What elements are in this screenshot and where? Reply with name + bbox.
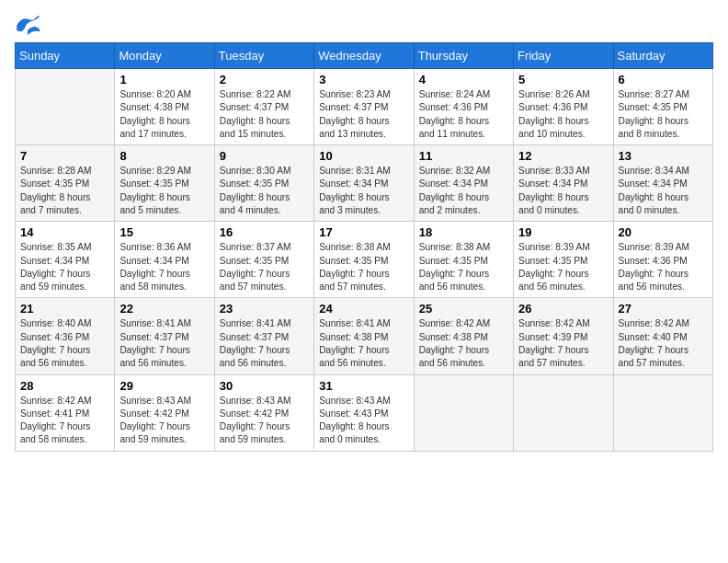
- calendar-cell: 21Sunrise: 8:40 AMSunset: 4:36 PMDayligh…: [16, 298, 115, 374]
- calendar-cell: 22Sunrise: 8:41 AMSunset: 4:37 PMDayligh…: [115, 298, 214, 374]
- calendar-cell: 13Sunrise: 8:34 AMSunset: 4:34 PMDayligh…: [613, 145, 712, 222]
- calendar-cell: 24Sunrise: 8:41 AMSunset: 4:38 PMDayligh…: [314, 298, 414, 374]
- day-number: 23: [220, 302, 309, 316]
- day-number: 26: [518, 302, 608, 316]
- day-info: Sunrise: 8:32 AMSunset: 4:34 PMDaylight:…: [419, 165, 508, 217]
- day-info: Sunrise: 8:41 AMSunset: 4:38 PMDaylight:…: [319, 317, 408, 370]
- day-of-week-header: Thursday: [414, 43, 513, 69]
- calendar-cell: 3Sunrise: 8:23 AMSunset: 4:37 PMDaylight…: [314, 69, 414, 145]
- day-info: Sunrise: 8:42 AMSunset: 4:38 PMDaylight:…: [419, 317, 508, 370]
- day-number: 29: [119, 379, 209, 393]
- calendar-cell: 10Sunrise: 8:31 AMSunset: 4:34 PMDayligh…: [314, 145, 414, 222]
- calendar-cell: 31Sunrise: 8:43 AMSunset: 4:43 PMDayligh…: [314, 374, 414, 451]
- day-number: 15: [119, 225, 209, 239]
- day-info: Sunrise: 8:35 AMSunset: 4:34 PMDaylight:…: [20, 241, 109, 293]
- day-info: Sunrise: 8:39 AMSunset: 4:36 PMDaylight:…: [619, 241, 708, 293]
- calendar-cell: 7Sunrise: 8:28 AMSunset: 4:35 PMDaylight…: [16, 145, 115, 222]
- day-info: Sunrise: 8:37 AMSunset: 4:35 PMDaylight:…: [220, 241, 309, 293]
- day-info: Sunrise: 8:39 AMSunset: 4:35 PMDaylight:…: [518, 241, 608, 293]
- calendar-cell: 25Sunrise: 8:42 AMSunset: 4:38 PMDayligh…: [414, 298, 513, 374]
- calendar-week-row: 7Sunrise: 8:28 AMSunset: 4:35 PMDaylight…: [16, 145, 713, 222]
- day-number: 28: [20, 379, 109, 393]
- day-number: 16: [220, 225, 309, 239]
- calendar-cell: [613, 374, 712, 451]
- calendar-cell: 28Sunrise: 8:42 AMSunset: 4:41 PMDayligh…: [16, 374, 115, 451]
- day-number: 4: [419, 73, 508, 86]
- day-info: Sunrise: 8:42 AMSunset: 4:40 PMDaylight:…: [619, 317, 708, 370]
- day-number: 6: [619, 73, 708, 86]
- day-number: 2: [220, 73, 309, 86]
- day-number: 11: [419, 149, 508, 163]
- day-of-week-header: Sunday: [16, 43, 115, 69]
- calendar-cell: 9Sunrise: 8:30 AMSunset: 4:35 PMDaylight…: [214, 145, 313, 222]
- day-number: 31: [319, 379, 408, 393]
- calendar-cell: 14Sunrise: 8:35 AMSunset: 4:34 PMDayligh…: [16, 222, 115, 298]
- day-of-week-header: Wednesday: [314, 43, 414, 69]
- calendar-cell: 16Sunrise: 8:37 AMSunset: 4:35 PMDayligh…: [214, 222, 313, 298]
- day-info: Sunrise: 8:34 AMSunset: 4:34 PMDaylight:…: [619, 165, 708, 217]
- day-number: 22: [119, 302, 209, 316]
- day-number: 18: [419, 225, 508, 239]
- day-info: Sunrise: 8:28 AMSunset: 4:35 PMDaylight:…: [20, 165, 109, 217]
- day-number: 1: [119, 73, 209, 86]
- calendar-table: SundayMondayTuesdayWednesdayThursdayFrid…: [15, 42, 713, 452]
- calendar-cell: 18Sunrise: 8:38 AMSunset: 4:35 PMDayligh…: [414, 222, 513, 298]
- day-info: Sunrise: 8:43 AMSunset: 4:43 PMDaylight:…: [319, 395, 408, 447]
- day-number: 3: [319, 73, 408, 86]
- day-info: Sunrise: 8:38 AMSunset: 4:35 PMDaylight:…: [419, 241, 508, 293]
- day-number: 17: [319, 225, 408, 239]
- calendar-cell: 20Sunrise: 8:39 AMSunset: 4:36 PMDayligh…: [613, 222, 712, 298]
- day-number: 12: [518, 149, 608, 163]
- calendar-week-row: 21Sunrise: 8:40 AMSunset: 4:36 PMDayligh…: [16, 298, 713, 374]
- day-info: Sunrise: 8:41 AMSunset: 4:37 PMDaylight:…: [220, 317, 309, 370]
- calendar-cell: 2Sunrise: 8:22 AMSunset: 4:37 PMDaylight…: [214, 69, 313, 145]
- logo: [15, 15, 44, 35]
- day-info: Sunrise: 8:22 AMSunset: 4:37 PMDaylight:…: [220, 88, 309, 141]
- day-info: Sunrise: 8:26 AMSunset: 4:36 PMDaylight:…: [518, 88, 608, 141]
- day-number: 10: [319, 149, 408, 163]
- day-number: 24: [319, 302, 408, 316]
- day-info: Sunrise: 8:43 AMSunset: 4:42 PMDaylight:…: [220, 395, 309, 447]
- page-header: [15, 15, 713, 35]
- day-info: Sunrise: 8:42 AMSunset: 4:39 PMDaylight:…: [518, 317, 608, 370]
- day-number: 14: [20, 225, 109, 239]
- calendar-cell: 4Sunrise: 8:24 AMSunset: 4:36 PMDaylight…: [414, 69, 513, 145]
- day-info: Sunrise: 8:36 AMSunset: 4:34 PMDaylight:…: [119, 241, 209, 293]
- day-number: 30: [220, 379, 309, 393]
- calendar-cell: 1Sunrise: 8:20 AMSunset: 4:38 PMDaylight…: [115, 69, 214, 145]
- calendar-cell: 8Sunrise: 8:29 AMSunset: 4:35 PMDaylight…: [115, 145, 214, 222]
- day-info: Sunrise: 8:38 AMSunset: 4:35 PMDaylight:…: [319, 241, 408, 293]
- calendar-cell: [514, 374, 613, 451]
- day-info: Sunrise: 8:27 AMSunset: 4:35 PMDaylight:…: [619, 88, 708, 141]
- calendar-cell: 5Sunrise: 8:26 AMSunset: 4:36 PMDaylight…: [514, 69, 613, 145]
- day-number: 7: [20, 149, 109, 163]
- day-info: Sunrise: 8:41 AMSunset: 4:37 PMDaylight:…: [119, 317, 209, 370]
- day-info: Sunrise: 8:30 AMSunset: 4:35 PMDaylight:…: [220, 165, 309, 217]
- day-info: Sunrise: 8:29 AMSunset: 4:35 PMDaylight:…: [119, 165, 209, 217]
- day-of-week-header: Tuesday: [214, 43, 313, 69]
- day-info: Sunrise: 8:33 AMSunset: 4:34 PMDaylight:…: [518, 165, 608, 217]
- calendar-cell: 12Sunrise: 8:33 AMSunset: 4:34 PMDayligh…: [514, 145, 613, 222]
- day-info: Sunrise: 8:31 AMSunset: 4:34 PMDaylight:…: [319, 165, 408, 217]
- day-info: Sunrise: 8:40 AMSunset: 4:36 PMDaylight:…: [20, 317, 109, 370]
- day-number: 8: [119, 149, 209, 163]
- logo-icon: [15, 15, 40, 35]
- calendar-cell: 29Sunrise: 8:43 AMSunset: 4:42 PMDayligh…: [115, 374, 214, 451]
- day-number: 21: [20, 302, 109, 316]
- day-info: Sunrise: 8:20 AMSunset: 4:38 PMDaylight:…: [119, 88, 209, 141]
- day-number: 5: [518, 73, 608, 86]
- calendar-week-row: 28Sunrise: 8:42 AMSunset: 4:41 PMDayligh…: [16, 374, 713, 451]
- day-info: Sunrise: 8:23 AMSunset: 4:37 PMDaylight:…: [319, 88, 408, 141]
- calendar-cell: 30Sunrise: 8:43 AMSunset: 4:42 PMDayligh…: [214, 374, 313, 451]
- calendar-cell: 26Sunrise: 8:42 AMSunset: 4:39 PMDayligh…: [514, 298, 613, 374]
- day-info: Sunrise: 8:24 AMSunset: 4:36 PMDaylight:…: [419, 88, 508, 141]
- day-info: Sunrise: 8:43 AMSunset: 4:42 PMDaylight:…: [119, 395, 209, 447]
- day-number: 25: [419, 302, 508, 316]
- calendar-cell: 6Sunrise: 8:27 AMSunset: 4:35 PMDaylight…: [613, 69, 712, 145]
- day-number: 13: [619, 149, 708, 163]
- calendar-header-row: SundayMondayTuesdayWednesdayThursdayFrid…: [16, 43, 713, 69]
- calendar-cell: 23Sunrise: 8:41 AMSunset: 4:37 PMDayligh…: [214, 298, 313, 374]
- day-of-week-header: Saturday: [613, 43, 712, 69]
- calendar-cell: [414, 374, 513, 451]
- day-number: 19: [518, 225, 608, 239]
